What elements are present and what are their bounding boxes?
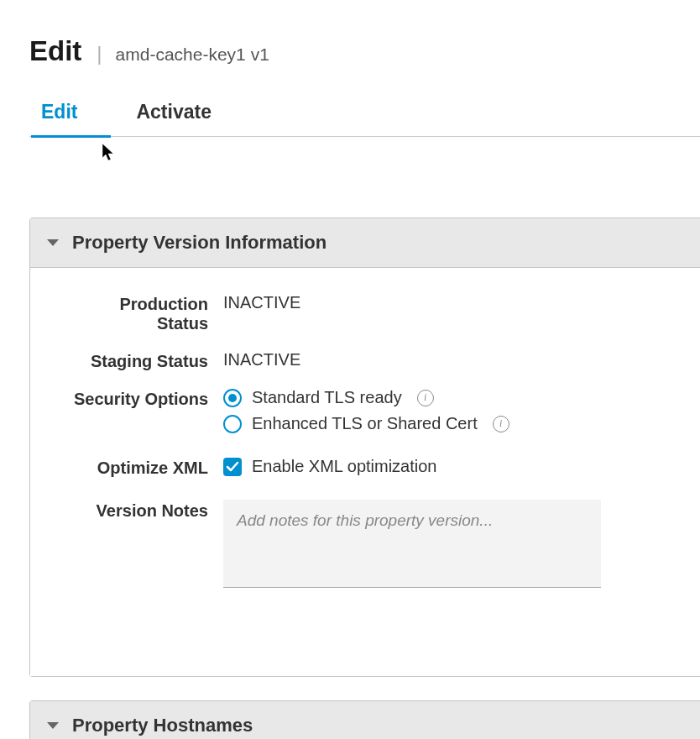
value-production-status: INACTIVE <box>223 293 666 312</box>
panel-title: Property Hostnames <box>72 715 253 736</box>
row-optimize-xml: Optimize XML Enable XML optimization <box>64 457 666 483</box>
panel-title: Property Version Information <box>72 232 326 254</box>
cursor-icon <box>102 144 118 167</box>
row-production-status: Production Status INACTIVE <box>64 293 666 333</box>
value-security-options: Standard TLS ready i Enhanced TLS or Sha… <box>223 388 666 440</box>
label-staging-status: Staging Status <box>64 350 223 371</box>
radio-standard-tls[interactable]: Standard TLS ready i <box>223 388 666 407</box>
header-divider: | <box>97 42 102 66</box>
panel-property-hostnames: Property Hostnames <box>29 700 700 739</box>
panel-header-property-hostnames[interactable]: Property Hostnames <box>30 701 700 739</box>
value-optimize-xml: Enable XML optimization <box>223 457 666 483</box>
tab-activate[interactable]: Activate <box>111 91 236 136</box>
label-production-status: Production Status <box>64 293 223 333</box>
info-icon[interactable]: i <box>417 390 434 406</box>
value-version-notes <box>223 500 666 592</box>
row-staging-status: Staging Status INACTIVE <box>64 350 666 371</box>
label-optimize-xml: Optimize XML <box>64 457 223 478</box>
header-title-row: Edit | amd-cache-key1 v1 <box>29 35 700 67</box>
chevron-down-icon <box>47 239 59 246</box>
panel-header-property-version-info[interactable]: Property Version Information <box>30 218 700 268</box>
radio-label-enhanced-tls: Enhanced TLS or Shared Cert <box>252 414 478 433</box>
row-version-notes: Version Notes <box>64 500 666 592</box>
radio-button-icon <box>223 389 242 407</box>
checkbox-checked-icon <box>223 458 242 476</box>
tab-bar: Edit Activate <box>29 91 700 137</box>
page-title: Edit <box>29 35 81 67</box>
row-security-options: Security Options Standard TLS ready i En… <box>64 388 666 440</box>
label-version-notes: Version Notes <box>64 500 223 521</box>
page-subtitle: amd-cache-key1 v1 <box>116 45 269 65</box>
panel-property-version-info: Property Version Information Production … <box>29 218 700 677</box>
checkbox-enable-xml[interactable]: Enable XML optimization <box>223 457 666 476</box>
radio-label-standard-tls: Standard TLS ready <box>252 388 402 407</box>
checkbox-label-enable-xml: Enable XML optimization <box>252 457 437 476</box>
version-notes-input[interactable] <box>223 500 601 588</box>
radio-enhanced-tls[interactable]: Enhanced TLS or Shared Cert i <box>223 414 666 433</box>
label-security-options: Security Options <box>64 388 223 409</box>
value-staging-status: INACTIVE <box>223 350 666 370</box>
radio-button-icon <box>223 415 242 433</box>
panel-body-property-version-info: Production Status INACTIVE Staging Statu… <box>30 268 700 676</box>
page-header: Edit | amd-cache-key1 v1 <box>0 0 700 67</box>
info-icon[interactable]: i <box>493 416 509 432</box>
chevron-down-icon <box>47 722 59 729</box>
tab-edit[interactable]: Edit <box>31 91 111 138</box>
